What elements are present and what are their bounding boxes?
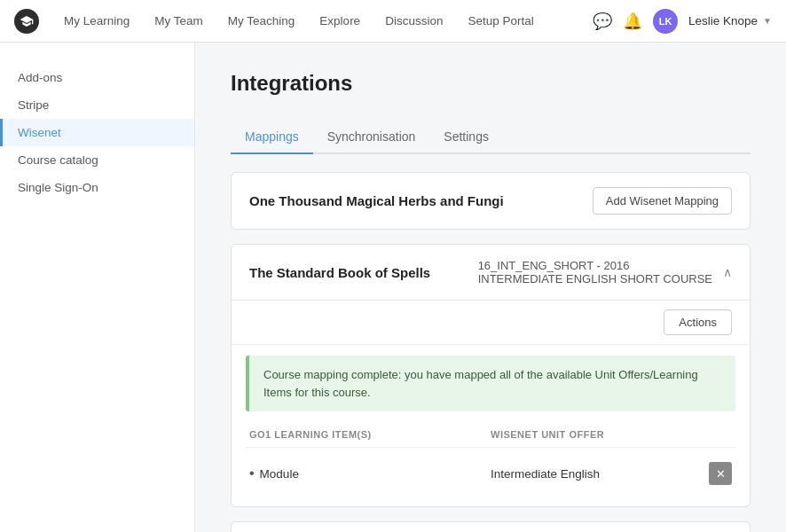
actions-row: Actions bbox=[232, 301, 750, 345]
card-header-right-2: 16_INT_ENG_SHORT - 2016 INTERMEDIATE ENG… bbox=[478, 259, 732, 286]
card-header-3: A History of Magic Add Wisenet Mapping bbox=[232, 522, 750, 532]
unit-offer-value: Intermediate English bbox=[491, 467, 600, 481]
learning-item-value: Module bbox=[260, 467, 299, 481]
page-title: Integrations bbox=[231, 71, 751, 96]
user-menu[interactable]: Leslie Knope ▼ bbox=[688, 14, 772, 27]
card-header-1: One Thousand Magical Herbs and Fungi Add… bbox=[232, 173, 750, 229]
nav-my-team[interactable]: My Team bbox=[144, 0, 214, 43]
tab-settings[interactable]: Settings bbox=[429, 121, 503, 154]
page-layout: Add-ons Stripe Wisenet Course catalog Si… bbox=[0, 43, 786, 532]
nav-setup-portal[interactable]: Setup Portal bbox=[457, 0, 544, 43]
table-row: • Module Intermediate English ✕ bbox=[246, 455, 735, 492]
card-history-of-magic: A History of Magic Add Wisenet Mapping bbox=[231, 521, 751, 532]
nav-my-teaching[interactable]: My Teaching bbox=[217, 0, 306, 43]
sidebar-item-add-ons[interactable]: Add-ons bbox=[0, 64, 194, 91]
nav-discussion[interactable]: Discussion bbox=[374, 0, 453, 43]
chat-icon[interactable]: 💬 bbox=[593, 12, 612, 31]
nav-my-learning[interactable]: My Learning bbox=[53, 0, 140, 43]
sidebar-item-wisenet[interactable]: Wisenet bbox=[0, 119, 194, 146]
top-navigation: My Learning My Team My Teaching Explore … bbox=[0, 0, 786, 43]
course-name: INTERMEDIATE ENGLISH SHORT COURSE bbox=[478, 272, 712, 286]
sidebar-item-single-sign-on[interactable]: Single Sign-On bbox=[0, 174, 194, 201]
bell-icon[interactable]: 🔔 bbox=[623, 12, 642, 31]
success-banner: Course mapping complete: you have mapped… bbox=[246, 356, 735, 411]
col-header-learning-items: GO1 LEARNING ITEM(S) bbox=[249, 429, 491, 440]
card-title-1: One Thousand Magical Herbs and Fungi bbox=[249, 193, 504, 208]
nav-explore[interactable]: Explore bbox=[309, 0, 371, 43]
chevron-down-icon: ▼ bbox=[763, 16, 772, 26]
card-standard-book: The Standard Book of Spells 16_INT_ENG_S… bbox=[231, 244, 751, 507]
bullet-icon: • bbox=[249, 466, 255, 481]
chevron-up-icon[interactable]: ∧ bbox=[723, 265, 732, 279]
nav-links: My Learning My Team My Teaching Explore … bbox=[53, 0, 593, 43]
unit-offer-col: Intermediate English ✕ bbox=[491, 462, 732, 485]
sidebar: Add-ons Stripe Wisenet Course catalog Si… bbox=[0, 43, 195, 532]
card-one-thousand: One Thousand Magical Herbs and Fungi Add… bbox=[231, 172, 751, 230]
avatar: LK bbox=[653, 9, 678, 34]
learning-item-col: • Module bbox=[249, 466, 491, 481]
tabs-bar: Mappings Synchronisation Settings bbox=[231, 121, 751, 154]
course-info: 16_INT_ENG_SHORT - 2016 INTERMEDIATE ENG… bbox=[478, 259, 712, 286]
app-logo[interactable] bbox=[14, 9, 39, 34]
col-header-unit-offer: WISENET UNIT OFFER bbox=[491, 429, 732, 440]
mapping-table: GO1 LEARNING ITEM(S) WISENET UNIT OFFER … bbox=[232, 422, 750, 506]
sidebar-item-stripe[interactable]: Stripe bbox=[0, 91, 194, 119]
add-wisenet-mapping-button-1[interactable]: Add Wisenet Mapping bbox=[593, 187, 732, 215]
sidebar-item-course-catalog[interactable]: Course catalog bbox=[0, 146, 194, 174]
mapping-header: GO1 LEARNING ITEM(S) WISENET UNIT OFFER bbox=[246, 422, 735, 448]
tab-mappings[interactable]: Mappings bbox=[231, 121, 313, 154]
card-title-2: The Standard Book of Spells bbox=[249, 265, 430, 280]
actions-button[interactable]: Actions bbox=[664, 309, 732, 335]
remove-mapping-button[interactable]: ✕ bbox=[709, 462, 732, 485]
main-content: Integrations Mappings Synchronisation Se… bbox=[195, 43, 786, 532]
card-header-2: The Standard Book of Spells 16_INT_ENG_S… bbox=[232, 245, 750, 301]
tab-synchronisation[interactable]: Synchronisation bbox=[313, 121, 430, 154]
nav-right: 💬 🔔 LK Leslie Knope ▼ bbox=[593, 9, 772, 34]
user-name: Leslie Knope bbox=[688, 14, 758, 27]
course-code: 16_INT_ENG_SHORT - 2016 bbox=[478, 259, 712, 272]
